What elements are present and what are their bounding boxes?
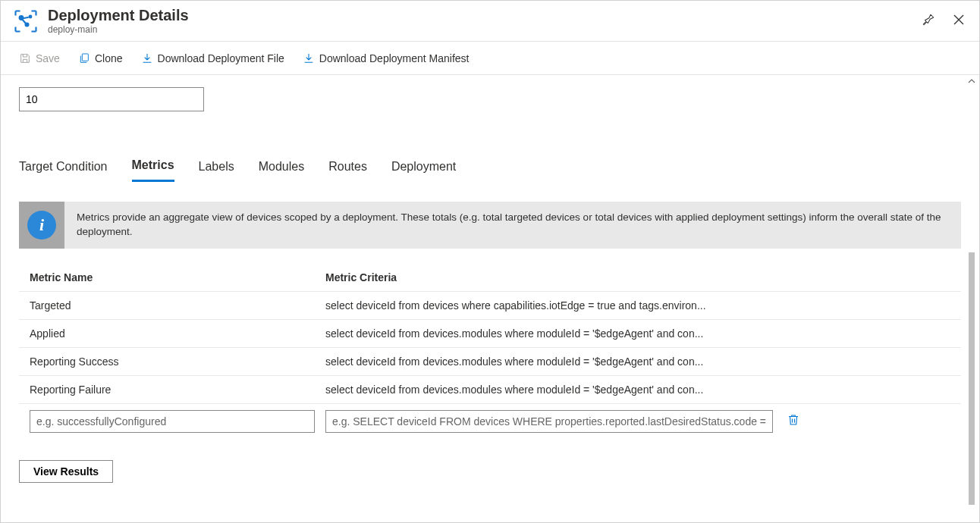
scroll-up-arrow[interactable] bbox=[968, 75, 975, 87]
info-banner: i Metrics provide an aggregate view of d… bbox=[19, 202, 961, 249]
header-metric-name: Metric Name bbox=[30, 271, 325, 283]
trash-icon bbox=[787, 413, 800, 427]
tab-routes[interactable]: Routes bbox=[328, 154, 367, 182]
download-deployment-file-button[interactable]: Download Deployment File bbox=[141, 52, 284, 64]
tab-labels[interactable]: Labels bbox=[199, 154, 234, 182]
priority-input[interactable] bbox=[19, 87, 204, 111]
svg-rect-5 bbox=[82, 54, 88, 61]
svg-point-1 bbox=[29, 14, 33, 18]
header-metric-criteria: Metric Criteria bbox=[325, 271, 950, 283]
metrics-table: Metric Name Metric Criteria Targeted sel… bbox=[19, 264, 961, 433]
info-icon: i bbox=[27, 211, 56, 240]
table-row: Reporting Failure select deviceId from d… bbox=[19, 376, 961, 404]
page-subtitle: deploy-main bbox=[48, 24, 189, 35]
table-input-row bbox=[19, 404, 961, 433]
page-title: Deployment Details bbox=[48, 6, 189, 24]
toolbar: Save Clone Download Deployment File Down… bbox=[1, 42, 979, 75]
clone-button[interactable]: Clone bbox=[78, 52, 123, 64]
info-icon-box: i bbox=[19, 202, 64, 249]
tab-deployment[interactable]: Deployment bbox=[391, 154, 456, 182]
content-area: Target Condition Metrics Labels Modules … bbox=[1, 75, 979, 522]
svg-line-4 bbox=[23, 19, 27, 23]
vertical-scrollbar[interactable] bbox=[966, 75, 978, 522]
download-icon bbox=[141, 52, 153, 64]
metric-name-input[interactable] bbox=[30, 410, 315, 433]
tabs: Target Condition Metrics Labels Modules … bbox=[19, 154, 961, 182]
clone-icon bbox=[78, 52, 90, 64]
tab-metrics[interactable]: Metrics bbox=[132, 154, 174, 182]
save-icon bbox=[19, 52, 31, 64]
table-row: Targeted select deviceId from devices wh… bbox=[19, 292, 961, 320]
tab-modules[interactable]: Modules bbox=[259, 154, 304, 182]
table-header-row: Metric Name Metric Criteria bbox=[19, 264, 961, 292]
scroll-track[interactable] bbox=[969, 87, 975, 522]
download-icon bbox=[303, 52, 315, 64]
delete-metric-button[interactable] bbox=[784, 410, 803, 432]
tab-target-condition[interactable]: Target Condition bbox=[19, 154, 108, 182]
pin-button[interactable] bbox=[919, 10, 938, 30]
table-row: Reporting Success select deviceId from d… bbox=[19, 348, 961, 376]
download-deployment-manifest-button[interactable]: Download Deployment Manifest bbox=[303, 52, 470, 64]
save-button: Save bbox=[19, 52, 60, 64]
close-button[interactable] bbox=[949, 10, 969, 30]
info-banner-text: Metrics provide an aggregate view of dev… bbox=[64, 202, 961, 249]
deployment-icon bbox=[11, 7, 40, 36]
header-bar: Deployment Details deploy-main bbox=[1, 1, 979, 42]
svg-line-3 bbox=[23, 17, 29, 18]
table-row: Applied select deviceId from devices.mod… bbox=[19, 320, 961, 348]
view-results-button[interactable]: View Results bbox=[19, 460, 113, 483]
scroll-thumb[interactable] bbox=[969, 252, 975, 505]
metric-criteria-input[interactable] bbox=[325, 410, 773, 433]
